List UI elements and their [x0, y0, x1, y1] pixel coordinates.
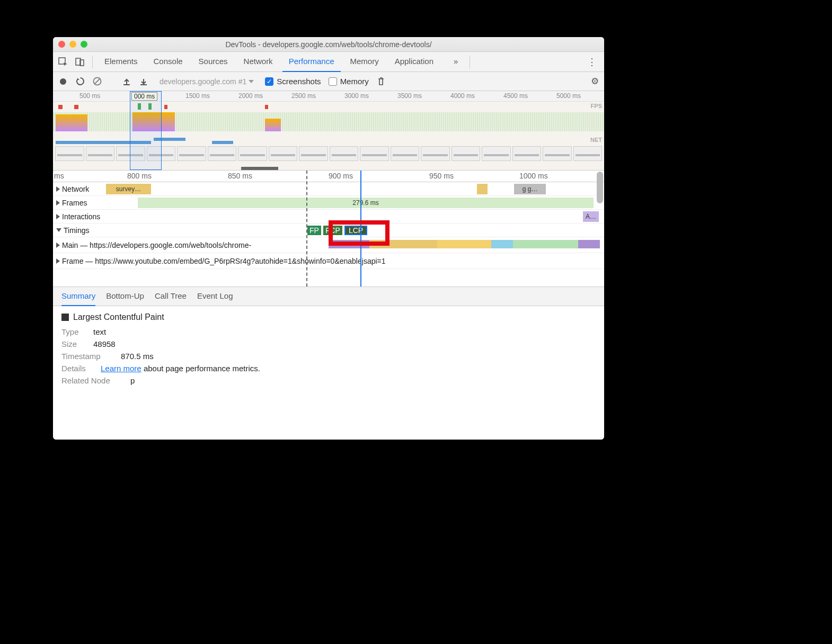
summary-details-text: about page performance metrics.	[141, 364, 260, 373]
device-toolbar-icon[interactable]	[73, 55, 87, 69]
overview-tick: 4000 ms	[450, 92, 475, 100]
tab-console[interactable]: Console	[147, 52, 189, 72]
screenshot-thumbnail[interactable]	[86, 146, 115, 161]
screenshot-thumbnail[interactable]	[55, 146, 84, 161]
vertical-scrollbar[interactable]	[597, 172, 603, 203]
network-request-bar[interactable]	[477, 184, 488, 194]
screenshot-thumbnail[interactable]	[177, 146, 206, 161]
divider	[470, 56, 470, 68]
secondary-marker-line	[306, 171, 307, 287]
overview-tick: 2500 ms	[291, 92, 316, 100]
ruler-tick: ms	[54, 172, 64, 180]
tab-event-log[interactable]: Event Log	[197, 287, 233, 306]
record-icon[interactable]	[58, 77, 68, 86]
tab-sources[interactable]: Sources	[192, 52, 234, 72]
save-profile-icon[interactable]	[139, 77, 148, 86]
frame-duration-bar[interactable]: 279.6 ms	[138, 198, 594, 208]
chevron-down-icon	[56, 228, 61, 232]
track-label: Network	[62, 185, 89, 193]
overview-tick: 4500 ms	[503, 92, 528, 100]
track-frames[interactable]: Frames 279.6 ms	[53, 196, 604, 210]
interaction-bar[interactable]: A…	[583, 211, 599, 222]
inspect-element-icon[interactable]	[56, 55, 70, 69]
screenshot-thumbnail[interactable]	[482, 146, 511, 161]
checkbox-icon	[329, 77, 337, 86]
timing-fp-marker[interactable]: FP	[307, 226, 321, 235]
track-label: Timings	[64, 226, 90, 235]
screenshot-thumbnail[interactable]	[299, 146, 328, 161]
reload-icon[interactable]	[75, 77, 85, 86]
screenshot-thumbnail[interactable]	[330, 146, 359, 161]
tab-call-tree[interactable]: Call Tree	[155, 287, 187, 306]
tab-elements[interactable]: Elements	[98, 52, 144, 72]
learn-more-link[interactable]: Learn more	[101, 364, 141, 373]
overview-tick: 1500 ms	[185, 92, 210, 100]
recording-dropdown[interactable]: developers.google.com #1	[156, 76, 258, 87]
ruler-tick: 800 ms	[127, 172, 152, 180]
network-request-bar[interactable]: g g…	[514, 184, 546, 194]
overview-selection[interactable]	[130, 91, 162, 170]
minimize-window-icon[interactable]	[69, 41, 76, 48]
traffic-lights	[58, 41, 87, 48]
zoom-window-icon[interactable]	[81, 41, 87, 48]
screenshot-thumbnail[interactable]	[391, 146, 420, 161]
memory-label: Memory	[340, 77, 369, 86]
overview-scroll-handle[interactable]	[241, 167, 278, 170]
screenshot-thumbnail[interactable]	[421, 146, 450, 161]
overview-tick: 3000 ms	[344, 92, 369, 100]
summary-details-label: Details	[61, 364, 94, 373]
tab-memory[interactable]: Memory	[344, 52, 385, 72]
tab-bottom-up[interactable]: Bottom-Up	[106, 287, 144, 306]
ruler-tick: 1000 ms	[519, 172, 548, 180]
summary-size-label: Size	[61, 339, 87, 348]
chevron-right-icon	[56, 258, 60, 264]
track-timings[interactable]: Timings FP FCP LCP	[53, 223, 604, 237]
summary-heading: Largest Contentful Paint	[73, 312, 164, 322]
tab-performance[interactable]: Performance	[282, 52, 341, 72]
screenshots-label: Screenshots	[277, 77, 321, 86]
track-network[interactable]: Network survey… g g…	[53, 182, 604, 196]
more-options-icon[interactable]: ⋮	[583, 56, 601, 68]
tab-overflow[interactable]: »	[447, 52, 464, 72]
detail-ruler: ms 800 ms 850 ms 900 ms 950 ms 1000 ms	[53, 171, 604, 182]
panel-tabbar: Elements Console Sources Network Perform…	[53, 52, 604, 72]
collect-garbage-icon[interactable]	[376, 77, 386, 86]
load-profile-icon[interactable]	[122, 77, 131, 86]
tab-application[interactable]: Application	[388, 52, 440, 72]
track-label: Interactions	[62, 212, 100, 221]
screenshot-thumbnail[interactable]	[573, 146, 603, 161]
chevron-right-icon	[56, 186, 60, 192]
summary-timestamp-value: 870.5 ms	[121, 352, 154, 361]
tab-network[interactable]: Network	[237, 52, 279, 72]
screenshots-checkbox[interactable]: Screenshots	[265, 77, 321, 86]
summary-related-value[interactable]: p	[130, 376, 135, 385]
overview-timeline[interactable]: 500 ms 1000 ms 1500 ms 2000 ms 2500 ms 3…	[53, 91, 604, 171]
summary-type-label: Type	[61, 327, 87, 336]
screenshot-thumbnail[interactable]	[512, 146, 542, 161]
settings-icon[interactable]: ⚙	[591, 76, 599, 87]
flamechart[interactable]: ms 800 ms 850 ms 900 ms 950 ms 1000 ms N…	[53, 171, 604, 287]
recording-dropdown-label: developers.google.com #1	[160, 77, 246, 86]
track-frame-embed[interactable]: Frame — https://www.youtube.com/embed/G_…	[53, 253, 604, 269]
network-request-bar[interactable]: survey…	[106, 184, 151, 194]
titlebar: DevTools - developers.google.com/web/too…	[53, 37, 604, 52]
summary-type-value: text	[93, 327, 106, 336]
clear-icon[interactable]	[92, 77, 102, 86]
screenshot-thumbnail[interactable]	[360, 146, 389, 161]
screenshot-thumbnail[interactable]	[238, 146, 267, 161]
screenshot-thumbnail[interactable]	[208, 146, 237, 161]
summary-timestamp-label: Timestamp	[61, 352, 114, 361]
close-window-icon[interactable]	[58, 41, 65, 48]
summary-related-label: Related Node	[61, 376, 124, 385]
overview-tick: 3500 ms	[397, 92, 422, 100]
track-label: Frame — https://www.youtube.com/embed/G_…	[62, 257, 386, 265]
screenshot-thumbnail[interactable]	[452, 146, 481, 161]
screenshot-thumbnail[interactable]	[543, 146, 572, 161]
screenshot-thumbnail[interactable]	[269, 146, 298, 161]
performance-toolbar: developers.google.com #1 Screenshots Mem…	[53, 72, 604, 91]
chevron-right-icon	[56, 243, 60, 248]
tab-summary[interactable]: Summary	[61, 287, 95, 306]
chevron-down-icon	[249, 80, 254, 83]
chevron-right-icon	[56, 214, 60, 219]
memory-checkbox[interactable]: Memory	[329, 77, 369, 86]
